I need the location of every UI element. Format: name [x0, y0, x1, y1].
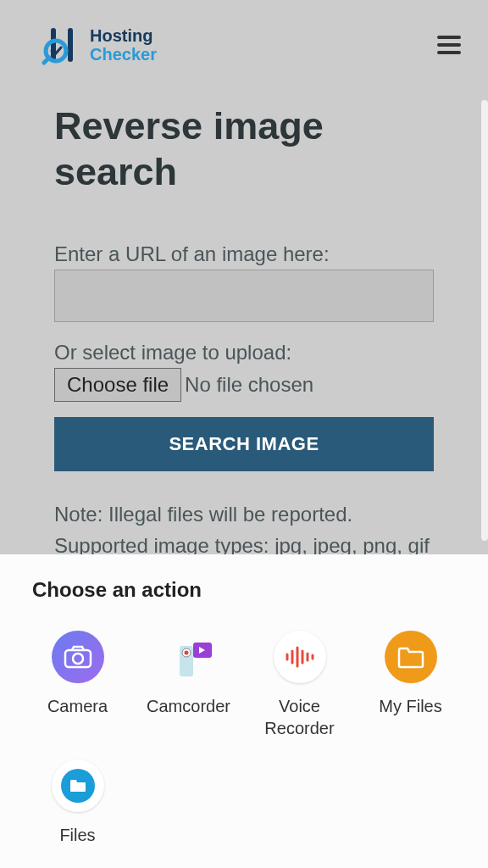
- url-input[interactable]: [54, 270, 434, 322]
- scrollbar[interactable]: [481, 100, 488, 541]
- action-my-files-label: My Files: [379, 695, 441, 717]
- action-camcorder-label: Camcorder: [147, 695, 230, 717]
- logo[interactable]: Hosting Checker: [41, 24, 157, 66]
- action-voice-recorder[interactable]: Voice Recorder: [254, 631, 345, 739]
- action-sheet: Choose an action Camera: [0, 554, 488, 868]
- voice-recorder-icon: [274, 631, 326, 683]
- note-text: Note: Illegal files will be reported. Su…: [54, 498, 434, 561]
- main-content: Reverse image search Enter a URL of an i…: [0, 83, 488, 561]
- action-camera-label: Camera: [47, 695, 108, 717]
- action-grid: Camera Camcorder: [32, 631, 456, 846]
- logo-text: Hosting Checker: [90, 26, 157, 64]
- logo-text-top: Hosting: [90, 26, 157, 45]
- files-icon: [52, 760, 104, 812]
- upload-label: Or select image to upload:: [54, 341, 434, 364]
- choose-file-button[interactable]: Choose file: [54, 368, 181, 402]
- camera-icon: [52, 631, 104, 683]
- svg-point-6: [184, 651, 188, 655]
- action-voice-recorder-label: Voice Recorder: [264, 695, 334, 739]
- hamburger-menu-icon[interactable]: [437, 36, 461, 54]
- sheet-title: Choose an action: [32, 578, 456, 602]
- logo-icon: [41, 24, 83, 66]
- header: Hosting Checker: [0, 0, 488, 83]
- action-files-label: Files: [59, 824, 95, 846]
- page-title: Reverse image search: [54, 103, 434, 195]
- file-row: Choose file No file chosen: [54, 368, 434, 402]
- logo-text-bottom: Checker: [90, 45, 157, 64]
- url-input-label: Enter a URL of an image here:: [54, 242, 434, 266]
- svg-line-1: [44, 58, 49, 63]
- action-my-files[interactable]: My Files: [365, 631, 456, 739]
- camcorder-icon: [163, 631, 215, 683]
- note-line-1: Note: Illegal files will be reported.: [54, 498, 434, 530]
- action-files[interactable]: Files: [32, 760, 123, 846]
- action-camera[interactable]: Camera: [32, 631, 123, 739]
- search-image-button[interactable]: SEARCH IMAGE: [54, 417, 434, 471]
- my-files-icon: [385, 631, 437, 683]
- file-status: No file chosen: [185, 373, 313, 397]
- action-camcorder[interactable]: Camcorder: [143, 631, 234, 739]
- svg-point-3: [73, 654, 83, 664]
